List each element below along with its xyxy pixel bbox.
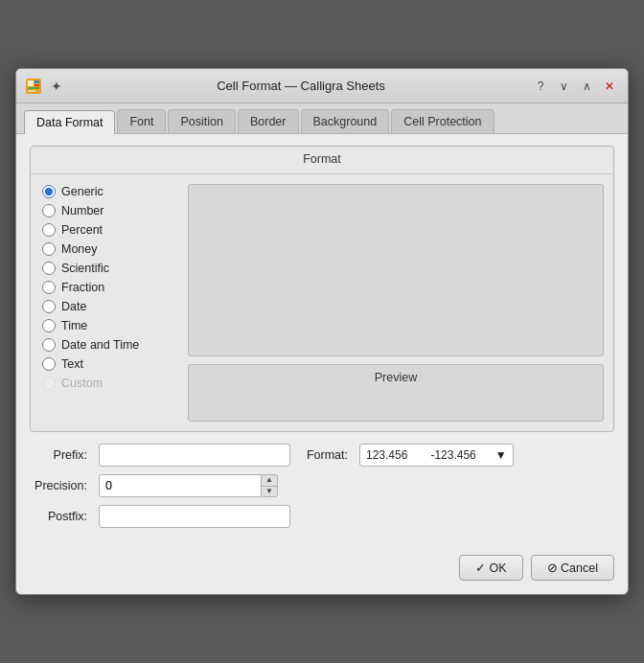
tab-border[interactable]: Border [238,109,299,133]
prefix-format-row: Prefix: Format: 123.456 -123.456 ▼ [30,444,614,467]
precision-label: Precision: [30,479,87,492]
preview-label: Preview [375,371,417,384]
svg-rect-5 [28,90,35,92]
format-dropdown[interactable]: 123.456 -123.456 ▼ [359,444,514,467]
radio-date-and-time-label: Date and Time [61,338,139,352]
format-group-title: Format [31,147,613,174]
format-body: Generic Number Percent Money [31,174,613,431]
tab-bar: Data Format Font Position Border Backgro… [16,103,628,134]
window-title: Cell Format — Calligra Sheets [72,79,530,93]
postfix-input[interactable] [99,505,290,528]
radio-money[interactable]: Money [42,241,172,257]
format-label: Format: [302,448,348,462]
titlebar: ✦ Cell Format — Calligra Sheets ? ∨ ∧ ✕ [16,69,628,103]
radio-money-label: Money [61,242,98,256]
tab-font[interactable]: Font [117,109,166,133]
precision-down-button[interactable]: ▼ [262,486,277,497]
radio-fraction-label: Fraction [61,281,104,294]
format-option2: -123.456 [430,448,475,462]
svg-rect-1 [28,80,34,86]
svg-rect-3 [34,84,39,86]
radio-scientific-label: Scientific [61,262,109,275]
tab-cell-protection[interactable]: Cell Protection [391,109,494,133]
precision-wrap: ▲ ▼ [99,474,278,497]
dialog-buttons: ✓ OK ⊘ Cancel [16,547,628,594]
minimize-button[interactable]: ∨ [553,76,574,97]
radio-scientific[interactable]: Scientific [42,261,172,276]
prefix-label: Prefix: [30,448,87,462]
app-icon [24,77,43,96]
pin-button[interactable]: ✦ [49,79,64,94]
svg-rect-2 [34,80,39,83]
precision-spinners: ▲ ▼ [262,474,278,497]
radio-time[interactable]: Time [42,318,172,333]
tab-background[interactable]: Background [301,109,390,133]
radio-number[interactable]: Number [42,203,172,218]
radio-percent-label: Percent [61,223,103,237]
radio-generic-label: Generic [61,185,104,198]
radio-time-label: Time [61,319,87,332]
main-window: ✦ Cell Format — Calligra Sheets ? ∨ ∧ ✕ … [15,68,629,595]
precision-up-button[interactable]: ▲ [262,475,277,486]
main-content: Format Generic Number Percent [16,134,628,547]
radio-generic[interactable]: Generic [42,184,172,199]
help-button[interactable]: ? [530,76,551,97]
tab-data-format[interactable]: Data Format [24,110,115,134]
precision-row: Precision: ▲ ▼ [30,474,614,497]
radio-date-and-time[interactable]: Date and Time [42,337,172,353]
prefix-input[interactable] [99,444,290,467]
radio-text-label: Text [61,357,83,371]
preview-area: Preview [188,364,604,422]
radio-percent[interactable]: Percent [42,222,172,238]
tab-position[interactable]: Position [168,109,235,133]
svg-rect-4 [28,87,39,89]
radio-fraction[interactable]: Fraction [42,280,172,295]
precision-input[interactable] [99,474,262,497]
format-option1: 123.456 [366,448,407,462]
postfix-label: Postfix: [30,510,87,523]
format-options-list: Generic Number Percent Money [31,174,184,431]
radio-date-label: Date [61,300,86,313]
format-group: Format Generic Number Percent [30,146,614,432]
cancel-button[interactable]: ⊘ Cancel [531,555,614,581]
maximize-button[interactable]: ∧ [576,76,597,97]
dropdown-arrow-icon: ▼ [495,448,507,462]
radio-custom[interactable]: Custom [42,376,172,391]
format-options-area [188,184,604,356]
radio-text[interactable]: Text [42,356,172,372]
radio-custom-label: Custom [61,377,103,390]
window-controls: ? ∨ ∧ ✕ [530,76,620,97]
postfix-row: Postfix: [30,505,614,528]
close-button[interactable]: ✕ [599,76,620,97]
ok-button[interactable]: ✓ OK [459,555,523,581]
format-right-panel: Preview [184,174,613,431]
radio-number-label: Number [61,204,104,217]
radio-date[interactable]: Date [42,299,172,314]
